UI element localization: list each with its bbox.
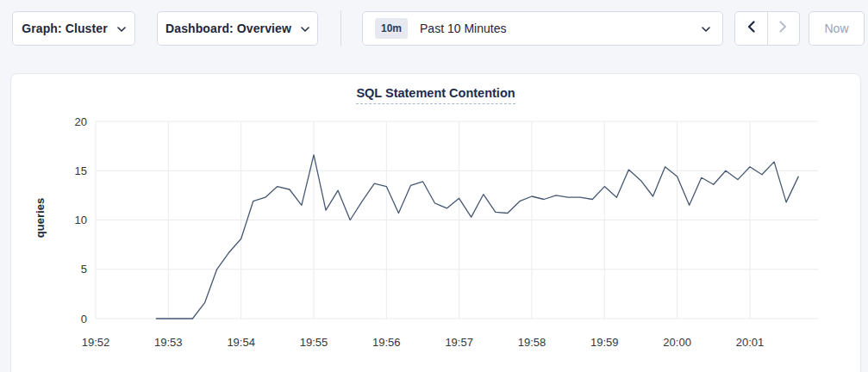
x-axis-tick-label: 19:52 (82, 336, 110, 349)
chevron-left-icon (747, 21, 755, 36)
x-axis-tick-label: 19:53 (154, 336, 183, 349)
x-axis-tick-label: 20:00 (663, 336, 691, 349)
graph-dropdown-label: Graph: Cluster (22, 22, 107, 35)
dashboard-dropdown[interactable]: Dashboard: Overview (157, 11, 318, 46)
time-range-step-group (734, 11, 800, 46)
prev-range-button[interactable] (735, 12, 768, 45)
x-axis-tick-label: 19:56 (372, 336, 401, 349)
chevron-down-icon (117, 27, 126, 32)
series-line (156, 155, 798, 319)
time-range-picker[interactable]: 10m Past 10 Minutes (362, 11, 723, 46)
next-range-button[interactable] (768, 12, 800, 45)
graph-dropdown[interactable]: Graph: Cluster (12, 11, 135, 46)
y-axis-tick-label: 15 (75, 164, 87, 177)
toolbar-divider (340, 10, 341, 46)
y-axis-tick-label: 0 (81, 313, 87, 326)
chart-title-row: SQL Statement Contention (11, 74, 860, 104)
toolbar: Graph: Cluster Dashboard: Overview 10m P… (0, 0, 868, 60)
x-axis-tick-label: 19:58 (518, 336, 546, 349)
x-axis-tick-label: 19:55 (300, 336, 328, 349)
y-axis-tick-label: 5 (81, 263, 87, 276)
x-axis-tick-label: 19:59 (590, 336, 619, 349)
x-axis-tick-label: 19:54 (227, 336, 255, 349)
chevron-down-icon (301, 27, 309, 32)
chart-title[interactable]: SQL Statement Contention (356, 86, 515, 104)
time-range-badge: 10m (375, 18, 408, 39)
x-axis-tick-label: 19:57 (445, 336, 473, 349)
chevron-right-icon (779, 21, 787, 36)
y-axis-label: queries (34, 198, 47, 238)
now-button[interactable]: Now (809, 11, 865, 46)
y-axis-tick-label: 20 (75, 115, 87, 128)
time-range-label: Past 10 Minutes (420, 22, 506, 35)
chevron-down-icon (702, 27, 710, 32)
sql-contention-chart[interactable]: 0510152019:5219:5319:5419:5519:5619:5719… (11, 74, 862, 372)
x-axis-tick-label: 20:01 (736, 336, 765, 349)
chart-card: SQL Statement Contention 0510152019:5219… (10, 73, 861, 372)
y-axis-tick-label: 10 (75, 214, 87, 226)
dashboard-dropdown-label: Dashboard: Overview (165, 22, 291, 35)
